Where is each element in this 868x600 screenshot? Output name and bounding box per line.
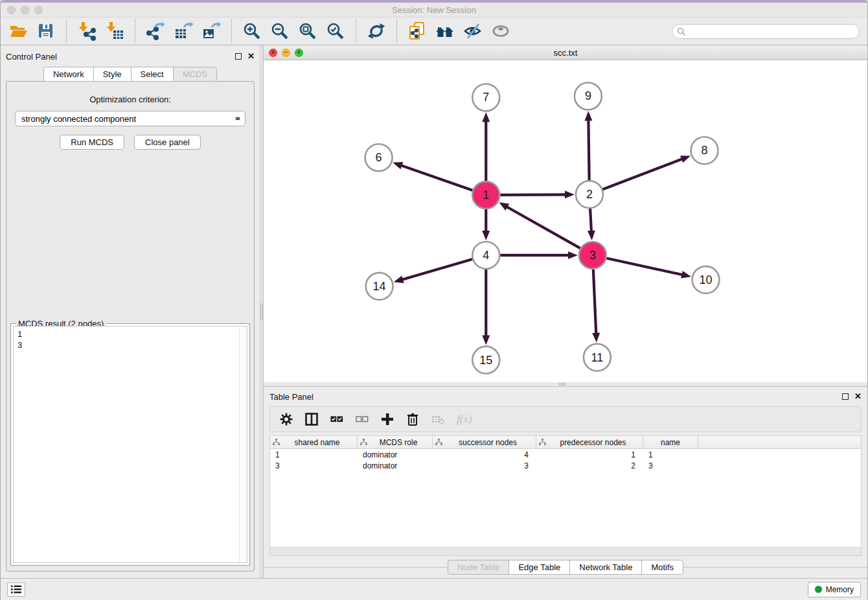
network-close-button[interactable]: ×: [269, 49, 277, 57]
table-toolbar: f(x): [269, 406, 862, 432]
table-mode-gear-icon[interactable]: [280, 413, 293, 426]
app-window: Session: New Session: [0, 0, 868, 600]
task-history-button[interactable]: [7, 583, 25, 597]
tab-mcds[interactable]: MCDS: [173, 67, 217, 82]
graph-edge-1-2[interactable]: [500, 194, 566, 195]
toolbar-separator: [135, 19, 135, 43]
network-canvas[interactable]: 7968124314101511: [264, 60, 867, 382]
graph-edge-1-6[interactable]: [401, 165, 473, 190]
divider-handle[interactable]: [559, 383, 565, 386]
tab-style[interactable]: Style: [93, 67, 131, 82]
preview-eye-icon[interactable]: [491, 21, 510, 41]
table-panel-float-icon[interactable]: [842, 393, 849, 400]
tab-node-table[interactable]: Node Table: [448, 560, 510, 575]
control-panel-close-icon[interactable]: ✕: [247, 53, 255, 60]
tab-edge-table[interactable]: Edge Table: [508, 560, 570, 575]
column-type-icon: [360, 439, 367, 446]
table-header-row: shared nameMCDS rolesuccessor nodesprede…: [270, 436, 861, 449]
graph-edge-arrowhead: [565, 190, 575, 198]
column-header-shared-name[interactable]: shared name: [270, 436, 358, 448]
graph-edge-2-8[interactable]: [602, 159, 683, 189]
table-row[interactable]: 1dominator411: [270, 449, 861, 460]
optimization-criterion-label: Optimization criterion:: [6, 95, 254, 104]
table-row[interactable]: 3dominator323: [270, 460, 861, 471]
import-table-icon[interactable]: [105, 21, 124, 41]
select-all-icon[interactable]: [330, 413, 343, 426]
select-arrows-icon: [234, 113, 241, 124]
table-panel: Table Panel ✕: [264, 387, 867, 578]
open-session-icon[interactable]: [8, 21, 28, 41]
column-header-predecessor-nodes[interactable]: predecessor nodes: [536, 436, 643, 448]
zoom-out-icon[interactable]: [270, 21, 290, 41]
add-column-icon[interactable]: [381, 413, 394, 426]
mcds-result-item: 1: [17, 329, 235, 340]
graph-edge-3-1[interactable]: [507, 207, 580, 248]
run-mcds-button[interactable]: Run MCDS: [60, 135, 124, 150]
toolbar-separator: [356, 19, 356, 43]
table-cell[interactable]: dominator: [358, 461, 433, 470]
table-cell[interactable]: 3: [643, 461, 698, 470]
mcds-panel: Optimization criterion: strongly connect…: [6, 81, 255, 571]
graph-edge-2-3[interactable]: [590, 209, 591, 232]
zoom-fit-icon[interactable]: [298, 21, 317, 41]
table-cell[interactable]: 3: [270, 461, 358, 470]
optimization-criterion-select[interactable]: strongly connected component: [15, 111, 246, 126]
control-panel-title: Control Panel: [6, 52, 57, 62]
node-table: shared nameMCDS rolesuccessor nodesprede…: [269, 435, 862, 556]
show-columns-icon[interactable]: [305, 413, 318, 426]
deselect-all-icon[interactable]: [356, 413, 369, 426]
column-type-icon: [539, 439, 546, 446]
zoom-selected-icon[interactable]: [326, 21, 345, 41]
tab-motifs[interactable]: Motifs: [641, 560, 683, 575]
graph-node-label: 6: [376, 151, 382, 164]
graph-edge-arrowhead: [393, 162, 403, 169]
column-type-icon: [435, 439, 442, 446]
panel-divider-horizontal[interactable]: [264, 382, 867, 386]
column-header-name[interactable]: name: [643, 436, 698, 448]
show-hide-graphics-icon[interactable]: [463, 21, 483, 41]
table-cell[interactable]: 3: [433, 461, 536, 470]
tab-network[interactable]: Network: [43, 67, 94, 82]
network-view-title: scc.txt: [264, 48, 867, 58]
network-minimize-button[interactable]: −: [282, 49, 290, 57]
export-image-icon[interactable]: [201, 21, 221, 41]
export-network-icon[interactable]: [146, 21, 165, 41]
control-panel-float-icon[interactable]: [235, 53, 242, 60]
table-hscrollbar[interactable]: [270, 547, 861, 555]
network-view-window: scc.txt × − + 7968124314101511: [264, 45, 867, 387]
table-cell[interactable]: dominator: [358, 450, 433, 459]
tab-network-table[interactable]: Network Table: [569, 560, 642, 575]
table-cell[interactable]: 2: [536, 461, 643, 470]
delete-columns-icon[interactable]: [406, 413, 419, 426]
close-panel-button[interactable]: Close panel: [134, 135, 201, 150]
graph-edge-2-9[interactable]: [588, 119, 589, 180]
apply-layout-icon[interactable]: [367, 21, 386, 41]
network-graph[interactable]: 7968124314101511: [264, 60, 867, 382]
divider-handle[interactable]: [260, 303, 263, 320]
import-network-icon[interactable]: [77, 21, 97, 41]
clone-network-icon[interactable]: [407, 21, 427, 41]
search-input[interactable]: [688, 25, 859, 37]
table-cell[interactable]: 4: [433, 450, 536, 459]
graph-edge-3-11[interactable]: [593, 270, 596, 334]
mcds-result-box: MCDS result (2 nodes) 13: [10, 323, 250, 566]
network-maximize-button[interactable]: +: [295, 49, 303, 57]
table-panel-close-icon[interactable]: ✕: [854, 393, 862, 400]
graph-edge-4-14[interactable]: [402, 259, 472, 280]
table-cell[interactable]: 1: [270, 450, 358, 459]
search-box[interactable]: [672, 24, 860, 39]
table-cell[interactable]: 1: [643, 450, 698, 459]
graph-edge-3-10[interactable]: [606, 259, 683, 275]
first-neighbors-icon[interactable]: [435, 21, 455, 41]
zoom-in-icon[interactable]: [242, 21, 262, 41]
column-header-mcds-role[interactable]: MCDS role: [358, 436, 433, 448]
table-cell[interactable]: 1: [536, 450, 643, 459]
memory-button[interactable]: Memory: [808, 582, 861, 597]
save-session-icon[interactable]: [36, 21, 56, 41]
tab-select[interactable]: Select: [131, 67, 174, 82]
graph-edge-arrowhead: [482, 112, 490, 122]
main-toolbar: [1, 17, 867, 45]
result-scrollbar[interactable]: [239, 327, 247, 562]
export-table-icon[interactable]: [174, 21, 193, 41]
column-header-successor-nodes[interactable]: successor nodes: [433, 436, 536, 448]
